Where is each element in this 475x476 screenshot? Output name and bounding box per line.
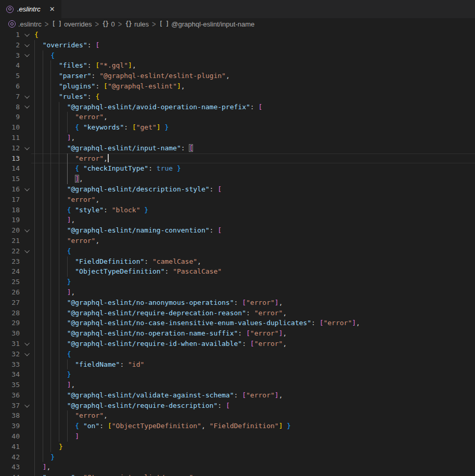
fold-chevron-down-icon[interactable] [20,349,34,359]
breadcrumb-item[interactable]: {}0 [102,20,115,28]
fold-gutter [20,390,34,401]
breadcrumb-label: rules [134,20,149,28]
code-line[interactable]: 31 "@graphql-eslint/require-id-when-avai… [0,339,475,349]
code-line[interactable]: 23 "FieldDefinition": "camelCase", [0,256,475,267]
indent-guide [34,92,35,102]
code-line[interactable]: 43 ], [0,462,475,472]
indent-guide [59,287,59,298]
line-number: 33 [0,359,20,370]
code-line[interactable]: 3 { [0,50,475,61]
fold-chevron-down-icon[interactable] [20,401,34,411]
code-line[interactable]: 17 "error", [0,195,475,205]
code-text: "@graphql-eslint/require-deprecation-rea… [34,308,475,318]
indent-guide [43,195,43,205]
code-text: "@graphql-eslint/no-anonymous-operations… [34,298,475,308]
code-line[interactable]: 12 "@graphql-eslint/input-name": [ [0,143,475,153]
code-line[interactable]: 11 ], [0,133,475,143]
indent-guide [43,215,43,225]
indent-guide [50,421,51,431]
code-line[interactable]: 25 } [0,277,475,287]
line-number: 9 [0,112,20,122]
fold-chevron-down-icon[interactable] [20,92,34,102]
code-line[interactable]: 35 ], [0,380,475,390]
indent-guide [59,277,59,287]
breadcrumb-label: 0 [111,20,115,28]
code-line[interactable]: 34 } [0,369,475,380]
indent-guide [59,266,59,277]
code-line[interactable]: 21 "error", [0,236,475,246]
fold-chevron-down-icon[interactable] [20,40,34,50]
code-line[interactable]: 16 "@graphql-eslint/description-style": … [0,184,475,195]
code-line[interactable]: 28 "@graphql-eslint/require-deprecation-… [0,308,475,318]
code-line[interactable]: 8 "@graphql-eslint/avoid-operation-name-… [0,102,475,112]
code-text: "@graphql-eslint/validate-against-schema… [34,390,475,401]
line-number: 41 [0,442,20,452]
tab-eslintrc[interactable]: .eslintrc ✕ [0,0,61,18]
indent-guide [34,225,35,236]
code-line[interactable]: 38 "error", [0,410,475,421]
code-line[interactable]: 19 ], [0,215,475,225]
indent-guide [59,102,59,112]
indent-guide [43,431,43,442]
fold-chevron-down-icon[interactable] [20,339,34,349]
indent-guide [50,359,51,370]
close-icon[interactable]: ✕ [49,6,55,12]
indent-guide [50,163,51,174]
code-line[interactable]: 27 "@graphql-eslint/no-anonymous-operati… [0,298,475,308]
line-number: 14 [0,163,20,174]
code-line[interactable]: 10 { "keywords": ["get"] } [0,122,475,133]
breadcrumb-item[interactable]: [ ]@graphql-eslint/input-name [159,20,255,28]
code-line[interactable]: 4 "files": ["*.gql"], [0,60,475,71]
code-line[interactable]: 29 "@graphql-eslint/no-case-insensitive-… [0,318,475,328]
code-line[interactable]: 13 "error", [0,153,475,164]
fold-chevron-down-icon[interactable] [20,102,34,112]
code-line[interactable]: 42 } [0,452,475,462]
code-line[interactable]: 14 { "checkInputType": true } [0,163,475,174]
indent-guide [34,256,35,267]
fold-chevron-down-icon[interactable] [20,184,34,195]
breadcrumb-item[interactable]: .eslintrc [8,20,42,28]
code-line[interactable]: 39 { "on": ["ObjectTypeDefinition", "Fie… [0,421,475,431]
line-number: 7 [0,92,20,102]
fold-gutter [20,369,34,380]
line-number: 30 [0,328,20,339]
code-line[interactable]: 15 ], [0,174,475,184]
code-line[interactable]: 1{ [0,30,475,40]
indent-guide [43,390,43,401]
indent-guide [34,318,35,328]
code-line[interactable]: 37 "@graphql-eslint/require-description"… [0,401,475,411]
code-line[interactable]: 2 "overrides": [ [0,40,475,50]
fold-chevron-down-icon[interactable] [20,50,34,61]
fold-chevron-down-icon[interactable] [20,30,34,40]
code-line[interactable]: 30 "@graphql-eslint/no-operation-name-su… [0,328,475,339]
code-line[interactable]: 41 } [0,442,475,452]
indent-guide [50,401,51,411]
breadcrumb-item[interactable]: {}rules [125,20,149,28]
code-line[interactable]: 40 ] [0,431,475,442]
code-line[interactable]: 36 "@graphql-eslint/validate-against-sch… [0,390,475,401]
fold-chevron-down-icon[interactable] [20,225,34,236]
code-line[interactable]: 44 "parser": "@typescript-eslint/parser"… [0,472,475,476]
breadcrumb-item[interactable]: [ ]overrides [52,20,92,28]
fold-gutter [20,431,34,442]
indent-guide [59,421,59,431]
code-line[interactable]: 22 { [0,246,475,256]
indent-guide [50,369,51,380]
code-line[interactable]: 9 "error", [0,112,475,122]
code-line[interactable]: 7 "rules": { [0,92,475,102]
fold-gutter [20,205,34,215]
text-cursor [108,154,109,162]
fold-chevron-down-icon[interactable] [20,246,34,256]
indent-guide [43,369,43,380]
code-line[interactable]: 5 "parser": "@graphql-eslint/eslint-plug… [0,71,475,81]
code-line[interactable]: 26 ], [0,287,475,298]
fold-chevron-down-icon[interactable] [20,143,34,153]
code-editor[interactable]: 1{2 "overrides": [3 {4 "files": ["*.gql"… [0,30,475,476]
code-line[interactable]: 24 "ObjectTypeDefinition": "PascalCase" [0,266,475,277]
code-line[interactable]: 32 { [0,349,475,359]
code-line[interactable]: 18 { "style": "block" } [0,205,475,215]
code-line[interactable]: 20 "@graphql-eslint/naming-convention": … [0,225,475,236]
code-line[interactable]: 6 "plugins": ["@graphql-eslint"], [0,81,475,92]
code-line[interactable]: 33 "fieldName": "id" [0,359,475,370]
code-text: "@graphql-eslint/input-name": [ [34,143,475,153]
